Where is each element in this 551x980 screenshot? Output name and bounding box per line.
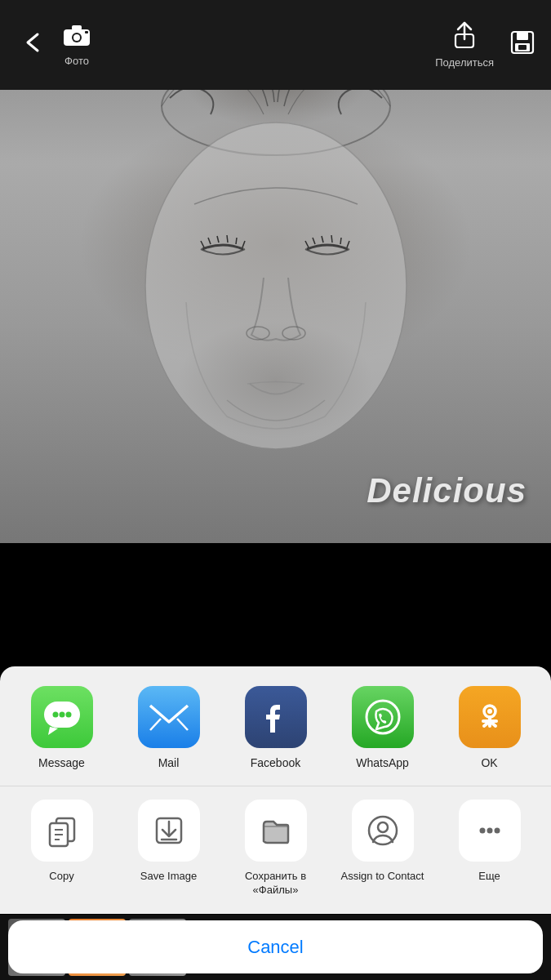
svg-line-16 [236, 238, 237, 244]
actions-row: Copy Save Image Сохранить в «Файлы» [0, 786, 551, 914]
action-assign-contact[interactable]: Assign to Contact [338, 800, 428, 884]
message-app-label: Message [38, 756, 85, 769]
top-bar: Фото Поделиться [0, 0, 551, 90]
app-item-message[interactable]: Message [17, 686, 107, 769]
share-button[interactable]: Поделиться [435, 21, 494, 69]
save-files-icon [245, 800, 307, 862]
assign-contact-label: Assign to Contact [341, 870, 424, 884]
svg-point-36 [487, 709, 492, 714]
action-copy[interactable]: Copy [17, 800, 107, 884]
svg-rect-7 [517, 32, 528, 40]
whatsapp-app-label: WhatsApp [356, 756, 409, 769]
save-button[interactable] [510, 30, 535, 60]
save-files-label: Сохранить в «Файлы» [231, 870, 321, 898]
app-item-whatsapp[interactable]: WhatsApp [338, 686, 428, 769]
svg-point-53 [494, 828, 500, 834]
svg-rect-4 [85, 31, 88, 33]
save-image-label: Save Image [140, 870, 197, 884]
svg-point-29 [59, 712, 64, 718]
svg-rect-9 [518, 45, 527, 50]
app-item-mail[interactable]: Mail [124, 686, 214, 769]
svg-line-21 [331, 235, 332, 243]
facebook-app-label: Facebook [251, 756, 300, 769]
assign-contact-icon [352, 800, 414, 862]
copy-label: Copy [49, 870, 73, 884]
share-label: Поделиться [435, 56, 494, 69]
app-item-ok[interactable]: OK [445, 686, 535, 769]
svg-line-15 [227, 235, 228, 243]
cancel-label: Cancel [247, 937, 303, 958]
svg-point-51 [479, 828, 485, 834]
camera-label: Фото [64, 55, 89, 67]
svg-point-50 [378, 822, 388, 832]
copy-icon [31, 800, 93, 862]
message-app-icon [31, 686, 93, 748]
svg-point-52 [487, 828, 492, 834]
svg-point-30 [65, 712, 71, 718]
share-sheet: Message Mail Facebook [0, 666, 551, 980]
svg-point-11 [145, 122, 407, 449]
save-image-icon [138, 800, 200, 862]
svg-line-22 [340, 238, 341, 244]
mail-app-label: Mail [158, 756, 180, 769]
watermark: Delicious [367, 471, 527, 510]
ok-app-icon [459, 686, 521, 748]
apps-row: Message Mail Facebook [0, 666, 551, 786]
mail-app-icon [138, 686, 200, 748]
svg-line-33 [177, 719, 188, 730]
facebook-app-icon [245, 686, 307, 748]
cancel-button[interactable]: Cancel [8, 920, 543, 973]
more-label: Еще [478, 870, 500, 884]
back-button[interactable] [16, 24, 49, 66]
more-icon [459, 800, 521, 862]
svg-marker-27 [48, 727, 58, 735]
svg-rect-3 [72, 25, 82, 30]
svg-point-28 [52, 712, 58, 718]
app-item-facebook[interactable]: Facebook [231, 686, 321, 769]
ok-app-label: OK [481, 756, 497, 769]
svg-line-32 [150, 719, 161, 730]
action-more[interactable]: Еще [445, 800, 535, 884]
whatsapp-app-icon [352, 686, 414, 748]
svg-point-2 [73, 34, 80, 41]
action-save-files[interactable]: Сохранить в «Файлы» [231, 800, 321, 898]
camera-button[interactable]: Фото [62, 23, 91, 67]
svg-point-34 [367, 701, 399, 733]
action-save-image[interactable]: Save Image [124, 800, 214, 884]
